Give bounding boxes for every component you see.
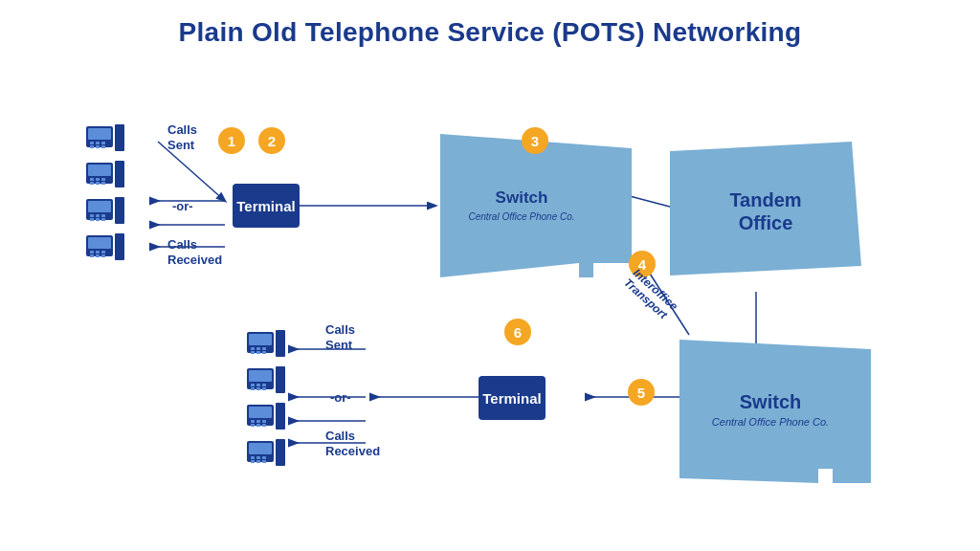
svg-rect-45 [101,251,105,253]
svg-text:Tandem: Tandem [729,189,801,210]
svg-rect-20 [96,145,100,148]
svg-rect-42 [88,237,111,249]
svg-text:Switch: Switch [740,391,801,412]
svg-rect-82 [251,424,255,427]
svg-rect-91 [251,460,255,463]
svg-rect-25 [90,178,94,181]
top-phone-group [86,124,124,264]
svg-text:Central Office Phone Co.: Central Office Phone Co. [468,211,574,222]
svg-rect-73 [251,387,255,390]
svg-rect-94 [276,439,285,466]
svg-rect-66 [262,351,266,354]
svg-text:Office: Office [739,212,793,233]
badge-5: 5 [628,379,655,406]
svg-rect-80 [256,420,260,423]
switch1-shape: Switch Central Office Phone Co. [431,134,641,277]
phone-icon-6 [247,366,285,397]
svg-rect-29 [96,182,100,185]
page-title: Plain Old Telephone Service (POTS) Netwo… [0,0,980,48]
svg-rect-18 [101,142,105,144]
svg-rect-67 [276,330,285,357]
svg-rect-44 [96,251,100,253]
svg-rect-36 [101,214,105,217]
phone-icon-4 [86,233,124,264]
svg-rect-74 [256,387,260,390]
switch2-shape: Switch Central Office Phone Co. [670,340,880,483]
svg-rect-17 [96,142,100,144]
svg-rect-75 [262,387,266,390]
svg-rect-40 [115,197,124,224]
svg-rect-31 [115,161,124,187]
svg-rect-49 [115,233,124,260]
svg-rect-90 [262,456,266,459]
svg-rect-79 [251,420,255,423]
svg-rect-76 [276,366,285,393]
calls-sent-bottom-label: CallsSent [325,322,355,352]
svg-rect-93 [262,460,266,463]
phone-icon-5 [247,330,285,361]
svg-rect-27 [101,178,105,181]
phone-icon-7 [247,403,285,433]
tandem-shape: Tandem Office [670,142,861,276]
svg-rect-70 [251,384,255,386]
badge-6: 6 [504,319,531,345]
badge-2: 2 [258,127,285,154]
svg-rect-28 [90,182,94,185]
svg-rect-37 [90,218,94,221]
or-top-label: -or- [172,199,193,214]
svg-rect-89 [256,456,260,459]
svg-rect-87 [249,443,272,454]
phone-icon-2 [86,161,124,191]
terminal2-box: Terminal [479,376,546,420]
svg-rect-47 [96,254,100,257]
svg-rect-60 [249,334,272,345]
svg-rect-15 [88,128,111,140]
svg-rect-33 [88,201,111,212]
svg-rect-85 [276,403,285,430]
svg-rect-22 [115,124,124,151]
svg-rect-62 [256,347,260,350]
svg-rect-24 [88,165,111,176]
svg-rect-84 [262,424,266,427]
diagram: Plain Old Telephone Service (POTS) Netwo… [0,0,980,551]
svg-rect-83 [256,424,260,427]
svg-rect-48 [101,254,105,257]
svg-rect-69 [249,370,272,382]
calls-received-top-label: CallsReceived [167,237,222,267]
calls-sent-top-label: CallsSent [167,122,197,152]
svg-rect-88 [251,456,255,459]
svg-rect-71 [256,384,260,386]
calls-received-bottom-label: CallsReceived [325,429,380,458]
svg-rect-72 [262,384,266,386]
svg-rect-38 [96,218,100,221]
svg-rect-65 [256,351,260,354]
svg-rect-39 [101,218,105,221]
svg-rect-46 [90,254,94,257]
svg-rect-92 [256,460,260,463]
bottom-phone-group [247,330,285,470]
svg-rect-35 [96,214,100,217]
terminal1-box: Terminal [233,184,300,228]
svg-text:Central Office Phone Co.: Central Office Phone Co. [712,416,829,428]
svg-rect-78 [249,407,272,418]
svg-rect-43 [90,251,94,253]
svg-rect-19 [90,145,94,148]
svg-rect-61 [251,347,255,350]
badge-1: 1 [218,127,245,154]
svg-rect-16 [90,142,94,144]
svg-rect-63 [262,347,266,350]
phone-icon-1 [86,124,124,155]
phone-icon-8 [247,439,285,470]
badge-3: 3 [522,127,548,154]
svg-rect-34 [90,214,94,217]
or-bottom-label: -or- [330,390,351,406]
svg-text:Switch: Switch [496,188,548,207]
svg-rect-64 [251,351,255,354]
svg-rect-30 [101,182,105,185]
svg-rect-21 [101,145,105,148]
svg-rect-26 [96,178,100,181]
svg-rect-81 [262,420,266,423]
phone-icon-3 [86,197,124,228]
